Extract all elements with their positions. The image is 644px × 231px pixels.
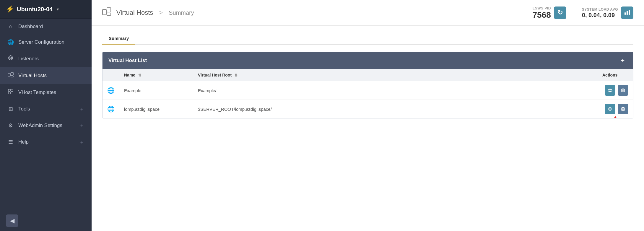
svg-rect-13: [625, 12, 626, 15]
help-icon: ☰: [7, 139, 14, 145]
tab-summary[interactable]: Summary: [102, 33, 135, 45]
back-button[interactable]: ◀: [6, 214, 18, 227]
sidebar-item-dashboard[interactable]: ⌂ Dashboard: [0, 19, 92, 34]
delete-button-row2[interactable]: [618, 104, 628, 114]
sidebar-item-listeners[interactable]: Listeners: [0, 50, 92, 67]
system-load-label: SYSTEM LOAD AVG: [582, 7, 618, 12]
row-root-cell: Example/: [193, 81, 598, 100]
virtual-host-list-card: Virtual Host List + Name ⇅ Virtual Host …: [102, 52, 633, 118]
add-virtual-host-button[interactable]: +: [618, 56, 627, 65]
col-header-root[interactable]: Virtual Host Root ⇅: [193, 69, 598, 81]
svg-rect-10: [103, 9, 106, 15]
table-header-row: Name ⇅ Virtual Host Root ⇅ Actions: [103, 69, 633, 81]
col-header-icon: [103, 69, 119, 81]
col-header-actions: Actions: [598, 69, 633, 81]
lsws-pid-value: 7568: [533, 11, 551, 19]
dashboard-icon: ⌂: [7, 23, 14, 30]
sidebar-item-label: WebAdmin Settings: [18, 123, 62, 128]
delete-button-row1[interactable]: [618, 85, 628, 96]
svg-rect-18: [624, 90, 624, 92]
svg-rect-17: [622, 90, 623, 92]
sidebar-footer: ◀: [0, 210, 92, 231]
virtual-hosts-icon: [7, 72, 14, 79]
table-row: 🌐 Example Example/: [103, 81, 633, 100]
webadmin-expand-icon[interactable]: ＋: [79, 122, 84, 129]
lightning-icon: ⚡: [6, 5, 14, 13]
row-name-cell: lomp.azdigi.space: [119, 100, 193, 118]
col-header-name[interactable]: Name ⇅: [119, 69, 193, 81]
svg-rect-7: [11, 89, 13, 91]
sidebar-item-vhost-templates[interactable]: VHost Templates: [0, 84, 92, 101]
server-config-icon: 🌐: [7, 39, 14, 45]
main-content: Virtual Hosts > Summary LSWS PID 7568 ↻ …: [92, 0, 644, 231]
virtual-host-table: Name ⇅ Virtual Host Root ⇅ Actions: [103, 69, 633, 118]
tools-expand-icon[interactable]: ＋: [79, 105, 84, 113]
svg-rect-5: [11, 76, 13, 77]
breadcrumb-separator: >: [159, 9, 163, 17]
svg-point-16: [609, 90, 611, 92]
svg-rect-12: [107, 13, 111, 15]
listeners-icon: [7, 55, 14, 62]
svg-marker-25: [613, 116, 618, 118]
sidebar-item-server-configuration[interactable]: 🌐 Server Configuration: [0, 34, 92, 50]
sidebar: ⚡ Ubuntu20-04 ▾ ⌂ Dashboard 🌐 Server Con…: [0, 0, 92, 231]
system-load-value: 0, 0.04, 0.09: [582, 12, 618, 18]
row-root-cell: $SERVER_ROOT/lomp.azdigi.space/: [193, 100, 598, 118]
sidebar-item-webadmin-settings[interactable]: ⚙ WebAdmin Settings ＋: [0, 117, 92, 134]
topbar: Virtual Hosts > Summary LSWS PID 7568 ↻ …: [92, 0, 644, 26]
view-button-row1[interactable]: [605, 85, 615, 96]
name-sort-icon: ⇅: [138, 73, 141, 77]
svg-rect-15: [629, 10, 630, 15]
sidebar-item-help[interactable]: ☰ Help ＋: [0, 134, 92, 150]
row-name-cell: Example: [119, 81, 193, 100]
svg-point-0: [9, 56, 13, 60]
card-header: Virtual Host List +: [103, 52, 633, 69]
webadmin-icon: ⚙: [7, 122, 14, 129]
sidebar-nav: ⌂ Dashboard 🌐 Server Configuration Liste…: [0, 19, 92, 210]
chart-button[interactable]: [621, 6, 633, 19]
svg-point-20: [609, 108, 611, 110]
sidebar-item-label: VHost Templates: [18, 90, 56, 95]
page-breadcrumb: Virtual Hosts > Summary: [102, 7, 194, 19]
sidebar-item-virtual-hosts[interactable]: Virtual Hosts: [0, 67, 92, 84]
svg-rect-23: [622, 108, 625, 110]
tools-icon: ⊞: [7, 106, 14, 112]
help-expand-icon[interactable]: ＋: [79, 139, 84, 146]
app-name: Ubuntu20-04: [17, 6, 53, 13]
chevron-icon: ▾: [57, 7, 59, 12]
globe-icon: 🌐: [107, 106, 115, 112]
sidebar-item-label: Server Configuration: [18, 39, 64, 45]
svg-point-1: [10, 57, 12, 59]
sidebar-item-label: Help: [18, 139, 29, 145]
sidebar-item-tools[interactable]: ⊞ Tools ＋: [0, 101, 92, 117]
page-subtitle: Summary: [169, 9, 194, 16]
svg-rect-4: [11, 72, 13, 75]
lsws-pid-block: LSWS PID 7568 ↻: [533, 6, 566, 19]
svg-rect-22: [624, 108, 624, 110]
svg-rect-19: [622, 89, 625, 92]
sidebar-item-label: Virtual Hosts: [18, 73, 47, 79]
row-icon-cell: 🌐: [103, 100, 119, 118]
table-row: 🌐 lomp.azdigi.space $SERVER_ROOT/lomp.az…: [103, 100, 633, 118]
svg-rect-6: [8, 89, 10, 91]
row-actions-cell: [598, 100, 633, 118]
refresh-button[interactable]: ↻: [554, 6, 566, 19]
sidebar-item-label: Listeners: [18, 56, 39, 62]
page-title: Virtual Hosts: [116, 9, 153, 17]
sidebar-header[interactable]: ⚡ Ubuntu20-04 ▾: [0, 0, 92, 19]
tab-bar: Summary: [102, 33, 633, 45]
system-load-block: SYSTEM LOAD AVG 0, 0.04, 0.09: [582, 6, 633, 19]
svg-rect-8: [8, 92, 10, 94]
page-content: Summary Virtual Host List + Name ⇅: [92, 26, 644, 231]
root-sort-icon: ⇅: [235, 73, 238, 77]
svg-rect-14: [627, 11, 628, 15]
row-icon-cell: 🌐: [103, 81, 119, 100]
sidebar-item-label: Dashboard: [18, 24, 43, 30]
refresh-icon: ↻: [557, 9, 563, 17]
virtual-hosts-page-icon: [102, 7, 112, 19]
view-button-row2[interactable]: [605, 104, 615, 114]
svg-rect-9: [11, 92, 13, 94]
back-icon: ◀: [10, 217, 14, 224]
svg-rect-11: [107, 8, 111, 12]
chart-icon: [624, 9, 630, 17]
